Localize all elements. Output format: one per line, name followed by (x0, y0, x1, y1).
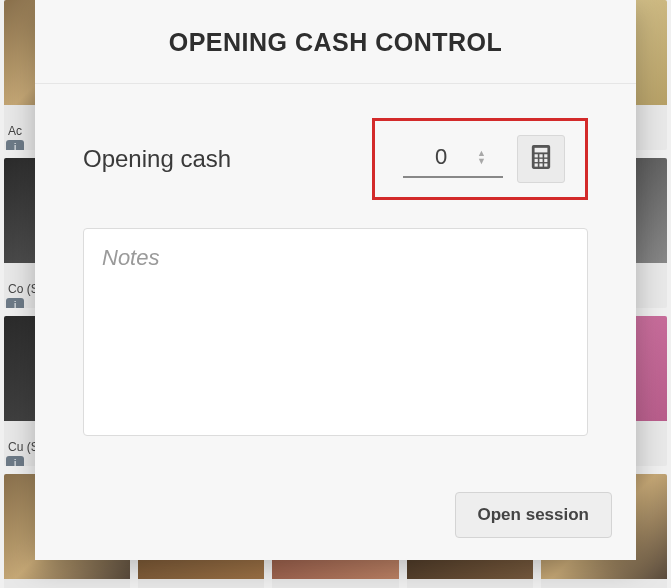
opening-cash-modal: OPENING CASH CONTROL Opening cash ▲ ▼ (35, 0, 636, 560)
svg-rect-8 (535, 163, 538, 166)
info-icon: i (6, 298, 24, 308)
open-session-button[interactable]: Open session (455, 492, 612, 538)
calculator-icon (530, 144, 552, 174)
svg-rect-6 (539, 159, 542, 162)
info-icon: i (6, 140, 24, 150)
opening-cash-input[interactable] (411, 144, 471, 170)
svg-rect-7 (544, 159, 547, 162)
svg-rect-5 (535, 159, 538, 162)
calculator-button[interactable] (517, 135, 565, 183)
info-icon: i (6, 456, 24, 466)
svg-rect-2 (535, 154, 538, 157)
opening-cash-highlight: ▲ ▼ (372, 118, 588, 200)
notes-textarea[interactable] (102, 245, 569, 415)
spinner-down-icon[interactable]: ▼ (477, 157, 486, 165)
number-spinner: ▲ ▼ (477, 149, 486, 165)
svg-rect-4 (544, 154, 547, 157)
svg-rect-1 (535, 148, 548, 153)
modal-body: Opening cash ▲ ▼ (35, 84, 636, 476)
modal-title: OPENING CASH CONTROL (55, 28, 616, 57)
svg-rect-9 (539, 163, 542, 166)
modal-header: OPENING CASH CONTROL (35, 0, 636, 84)
svg-rect-3 (539, 154, 542, 157)
notes-box (83, 228, 588, 436)
svg-rect-10 (544, 163, 547, 166)
opening-cash-label: Opening cash (83, 145, 231, 173)
opening-cash-field-wrapper: ▲ ▼ (403, 140, 503, 178)
modal-footer: Open session (35, 476, 636, 560)
opening-cash-row: Opening cash ▲ ▼ (83, 118, 588, 200)
